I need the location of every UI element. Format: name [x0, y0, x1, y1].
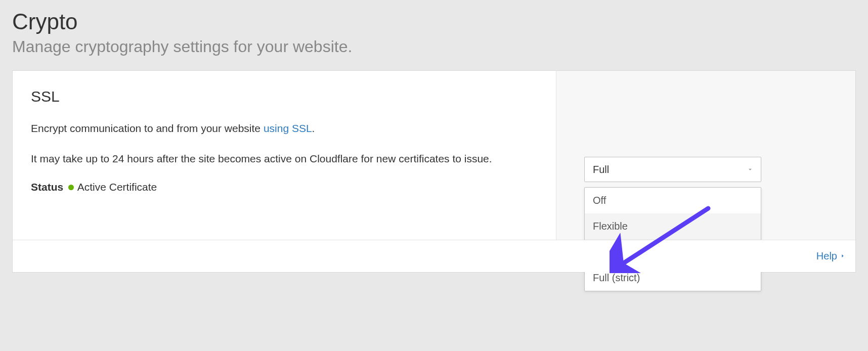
- ssl-section-title: SSL: [31, 88, 538, 105]
- ssl-mode-dropdown-menu: Off Flexible Full Full (strict): [584, 187, 761, 291]
- ssl-mode-option-off[interactable]: Off: [585, 188, 761, 213]
- ssl-card: SSL Encrypt communication to and from yo…: [12, 70, 856, 273]
- ssl-description: Encrypt communication to and from your w…: [31, 120, 538, 137]
- help-link-label: Help: [816, 250, 837, 262]
- ssl-note: It may take up to 24 hours after the sit…: [31, 151, 537, 167]
- ssl-status-text: Active Certificate: [77, 181, 157, 193]
- card-footer: Help: [13, 240, 855, 272]
- caret-right-icon: [840, 250, 845, 262]
- help-link[interactable]: Help: [816, 250, 845, 262]
- ssl-desc-prefix: Encrypt communication to and from your w…: [31, 122, 264, 134]
- ssl-mode-option-flexible[interactable]: Flexible: [585, 213, 761, 239]
- chevron-down-icon: [747, 164, 754, 176]
- ssl-mode-selected: Full: [593, 164, 609, 176]
- ssl-status-line: Status Active Certificate: [31, 181, 538, 193]
- ssl-desc-link[interactable]: using SSL: [264, 122, 312, 134]
- page-title: Crypto: [12, 9, 856, 34]
- ssl-desc-suffix: .: [312, 122, 315, 134]
- ssl-mode-dropdown-toggle[interactable]: Full: [584, 157, 761, 182]
- page-subtitle: Manage cryptography settings for your we…: [12, 37, 856, 56]
- status-active-icon: [68, 185, 74, 190]
- ssl-status-label: Status: [31, 181, 63, 193]
